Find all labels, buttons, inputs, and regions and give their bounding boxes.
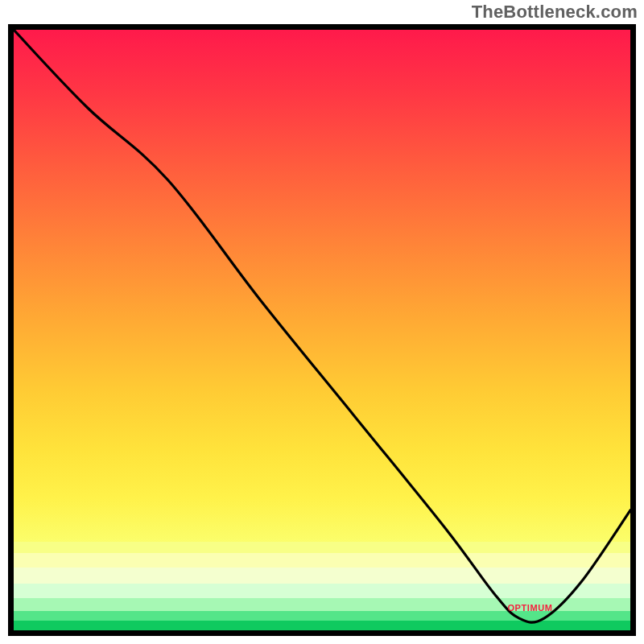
watermark-text: TheBottleneck.com: [472, 2, 638, 23]
chart-root: TheBottleneck.com OPTIMUM: [0, 0, 644, 644]
gradient-fill: [14, 30, 630, 630]
plot-area: OPTIMUM: [8, 24, 636, 636]
gradient-background: [14, 30, 630, 630]
